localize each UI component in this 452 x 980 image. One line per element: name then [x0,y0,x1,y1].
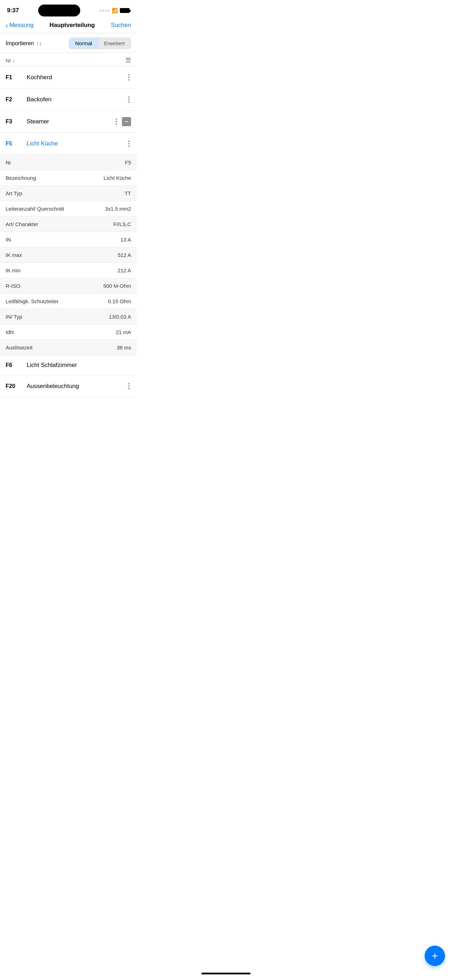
toolbar: Importieren ↑↓ Normal Erweitert [0,33,137,53]
detail-value: 500 M-Ohm [103,283,131,289]
column-header: Nr ↓ ☰ [0,53,137,67]
item-id: F1 [6,74,17,81]
detail-row: IN 13 A [0,232,137,247]
item-right [127,95,131,104]
detail-row: Art/ Charakter FI/LS,C [0,216,137,232]
status-time: 9:37 [7,7,19,14]
list-item: F20 Aussenbeleuchtung [0,375,137,398]
more-button[interactable] [127,139,131,148]
item-left: F2 Backofen [6,96,51,103]
more-button[interactable] [114,117,118,126]
item-name: Steamer [27,118,49,125]
minus-icon: − [125,118,129,125]
item-name: Kochherd [27,74,52,81]
list-view-icon[interactable]: ☰ [126,56,131,64]
nr-header: Nr ↓ [6,57,15,64]
more-button[interactable] [127,95,131,104]
detail-row: Bezeichnung Licht Küche [0,170,137,186]
item-left: F1 Kochherd [6,74,52,81]
signal-icon [100,10,110,11]
battery-icon [120,8,130,13]
detail-row: IdN 21 mA [0,325,137,340]
detail-label: R-ISO [6,283,20,289]
import-label: Importieren [6,40,34,47]
item-id: F6 [6,362,17,368]
detail-label: IN [6,237,11,243]
status-icons: 📶 [100,8,130,13]
detail-value: TT [125,190,131,196]
chevron-left-icon: ‹ [6,22,8,29]
list-item: F3 Steamer − [0,111,137,133]
detail-row: Auslösezeit 38 ms [0,340,137,355]
item-id: F20 [6,383,17,390]
item-name: Backofen [27,96,51,103]
item-left: F6 Licht Schlafzimmer [6,362,77,369]
detail-row: Nr F5 [0,155,137,170]
wifi-icon: 📶 [112,8,118,13]
list-item: F2 Backofen [0,89,137,111]
segment-normal[interactable]: Normal [69,38,97,48]
detail-label: IdN [6,329,14,335]
detail-label: IK min [6,267,21,274]
item-name: Licht Küche [27,140,58,147]
nr-label: Nr [6,57,11,64]
list-item: F6 Licht Schlafzimmer [0,355,137,375]
more-button[interactable] [127,73,131,82]
item-right [127,73,131,82]
detail-row: IK max 512 A [0,247,137,263]
item-left: F3 Steamer [6,118,49,125]
detail-section: Nr F5 Bezeichnung Licht Küche Art Typ TT… [0,155,137,355]
list-item-expanded: F5 Licht Küche [0,133,137,155]
detail-value: 21 mA [116,329,131,335]
item-name: Aussenbeleuchtung [27,383,79,390]
search-button[interactable]: Suchen [111,22,131,29]
item-right: − [114,117,131,126]
detail-label: Art/ Charakter [6,221,38,227]
back-label: Messung [10,22,33,29]
detail-value: 0.15 Ohm [108,298,131,304]
segment-erweitert[interactable]: Erweitert [99,38,131,48]
detail-value: 13/0.03 A [109,314,131,320]
detail-label: Art Typ [6,190,22,196]
detail-row: IN/ Typ 13/0.03 A [0,309,137,325]
item-right [127,382,131,391]
detail-label: Leiteranzahl/ Querschnitt [6,206,64,212]
item-left: F20 Aussenbeleuchtung [6,383,79,390]
detail-value: Licht Küche [104,175,131,181]
page-title: Hauptverteilung [49,22,95,29]
detail-row: R-ISO 500 M-Ohm [0,278,137,294]
detail-label: Bezeichnung [6,175,36,181]
item-id: F2 [6,96,17,103]
minus-button[interactable]: − [122,117,131,126]
item-name: Licht Schlafzimmer [27,362,77,369]
item-right [127,139,131,148]
detail-value: 512 A [118,252,131,258]
detail-value: 3x1.5 mm2 [105,206,131,212]
detail-value: F5 [125,159,131,165]
detail-label: Nr [6,159,11,165]
detail-label: IN/ Typ [6,314,22,320]
item-id: F5 [6,140,17,147]
detail-value: 212 A [118,267,131,274]
detail-value: 38 ms [117,345,131,350]
detail-value: FI/LS,C [113,221,131,227]
back-button[interactable]: ‹ Messung [6,22,33,29]
status-bar: 9:37 📶 [0,0,137,19]
import-section: Importieren ↑↓ [6,40,42,47]
sort-arrow: ↓ [13,57,16,64]
detail-row: Art Typ TT [0,186,137,201]
nav-bar: ‹ Messung Hauptverteilung Suchen [0,19,137,33]
more-button[interactable] [127,382,131,391]
detail-label: Auslösezeit [6,345,33,350]
segment-control: Normal Erweitert [69,38,131,49]
detail-label: IK max [6,252,22,258]
detail-label: Leitfähigk. Schutzleiter [6,298,59,304]
detail-value: 13 A [121,237,131,243]
dynamic-island [38,5,80,16]
item-id: F3 [6,118,17,125]
list-item: F1 Kochherd [0,67,137,89]
item-left: F5 Licht Küche [6,140,58,147]
detail-row: Leiteranzahl/ Querschnitt 3x1.5 mm2 [0,201,137,216]
sort-icon[interactable]: ↑↓ [36,40,42,47]
detail-row: IK min 212 A [0,263,137,278]
